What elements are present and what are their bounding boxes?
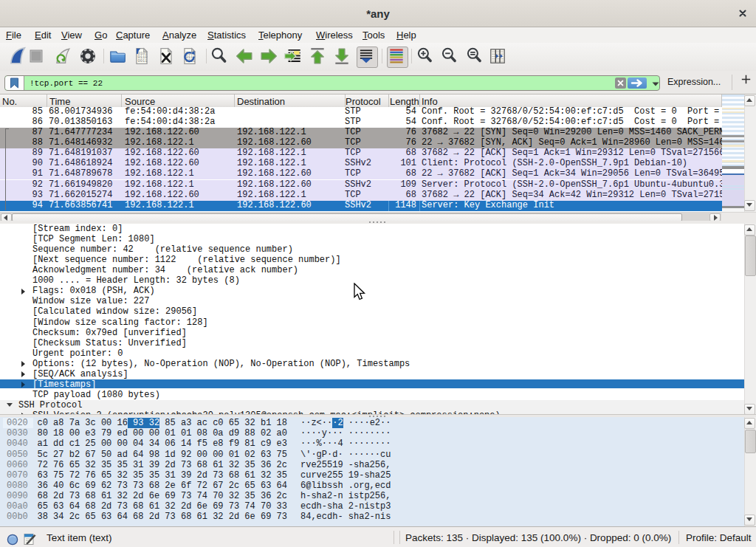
svg-text:0011: 0011 bbox=[138, 58, 148, 63]
